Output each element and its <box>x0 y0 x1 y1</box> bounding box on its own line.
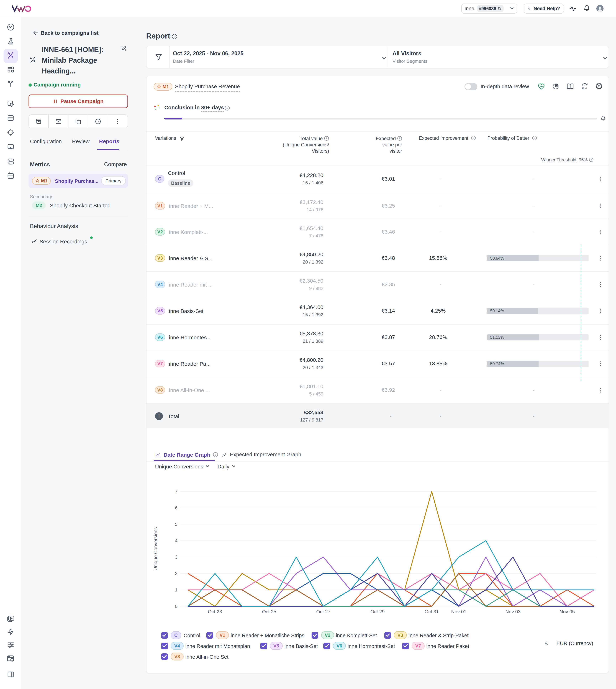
svg-text:A: A <box>30 57 32 60</box>
svg-text:Nov 05: Nov 05 <box>559 609 575 615</box>
svg-text:?: ? <box>534 136 535 139</box>
svg-text:Oct 23: Oct 23 <box>208 609 222 615</box>
svg-text:?: ? <box>399 137 400 140</box>
svg-text:Nov 03: Nov 03 <box>505 609 521 615</box>
svg-text:6: 6 <box>175 505 178 511</box>
svg-text:?: ? <box>215 453 216 456</box>
svg-text:0: 0 <box>175 604 178 609</box>
svg-text:Oct 25: Oct 25 <box>262 609 276 615</box>
svg-text:Oct 27: Oct 27 <box>316 609 330 615</box>
svg-text:2: 2 <box>175 571 178 576</box>
svg-text:A: A <box>7 51 10 56</box>
svg-text:Oct 31: Oct 31 <box>424 609 439 615</box>
svg-text:B: B <box>32 60 35 63</box>
svg-text:3: 3 <box>175 554 178 560</box>
svg-text:Nov 01: Nov 01 <box>451 609 466 615</box>
svg-text:?: ? <box>591 158 592 161</box>
svg-text:Unique Conversions: Unique Conversions <box>153 527 158 570</box>
svg-text:Oct 29: Oct 29 <box>370 609 384 615</box>
svg-text:4: 4 <box>175 538 178 543</box>
svg-text:?: ? <box>473 136 475 139</box>
svg-text:7: 7 <box>175 489 178 494</box>
svg-text:1: 1 <box>175 587 178 593</box>
svg-text:5: 5 <box>175 521 178 527</box>
